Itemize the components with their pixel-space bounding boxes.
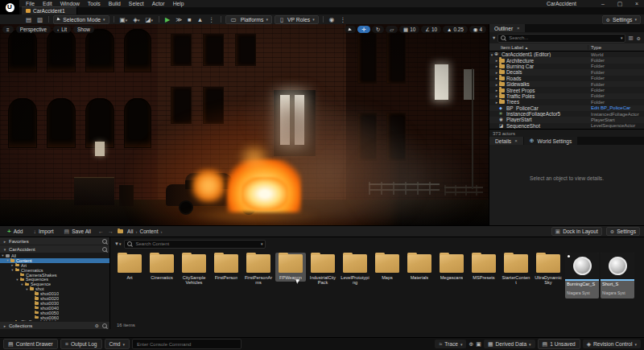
chevron-down-icon[interactable]: ▾ [621,35,623,40]
eject-icon[interactable]: ▲ [196,16,204,23]
content-item[interactable]: FirstPerson FirstPerson [211,253,242,282]
outliner-row[interactable]: ▸ Sidewalks Folder [489,81,644,87]
outliner-row[interactable]: ▾ CarAccident1 (Editor) World [489,51,644,57]
content-item[interactable]: LevelPrototyping LevelPrototyping [340,253,370,286]
expand-arrow[interactable]: ▾ [20,282,24,286]
play-button[interactable]: ▶ [163,16,171,23]
content-item[interactable]: IndustrialCityPack IndustrialCityPack [308,253,338,286]
settings-dropdown[interactable]: ⚙ Settings ▾ [602,15,641,24]
stop-icon[interactable]: ■ [186,16,193,23]
add-actor-icon[interactable]: ▣▾ [118,16,130,23]
column-item-label[interactable]: Item Label ▲ [489,45,588,50]
outliner-row[interactable]: ▸ Roads Folder [489,76,644,81]
search-icon[interactable] [102,247,107,252]
content-item[interactable]: CitySample Vehicles CitySample Vehicles [179,253,209,286]
derived-data-dropdown[interactable]: ▦ Derived Data ▾ [484,340,535,348]
forward-icon[interactable]: → [108,229,114,234]
menu-item[interactable]: Actor [148,1,169,6]
content-item[interactable]: FirstPersonArms FirstPersonArms [243,253,274,286]
outliner-row[interactable]: ▸ Burning Car Folder [489,64,644,69]
outliner-row[interactable]: SequenceShot LevelSequenceActor [489,123,644,129]
outliner-row[interactable]: PlayerStart PlayerStart [489,117,644,122]
scale-tool[interactable]: ▱ [386,26,398,33]
content-item[interactable]: StarterContent StarterContent [501,253,531,286]
cinematics-icon[interactable]: ◪▾ [143,16,155,23]
new-folder-icon[interactable]: ▥ [627,35,634,41]
chevron-down-icon[interactable]: ▾ [261,241,263,246]
expand-arrow[interactable]: ▸ [10,320,14,321]
content-item[interactable]: Megascans Megascans [436,253,467,282]
camera-speed[interactable]: ◉ 4 [469,26,486,33]
browse-icon[interactable]: ▥ [35,16,44,23]
expand-arrow[interactable]: ▾ [1,253,5,257]
outliner-row[interactable]: InstancedFoliageActor5 InstancedFoliageA… [489,111,644,117]
content-item[interactable]: UltraDynamicSky UltraDynamicSky [533,253,564,286]
content-item[interactable]: Materials Materials [404,253,435,282]
globe-icon[interactable]: ⊕ [469,341,473,348]
expand-arrow[interactable]: ▾ [15,278,19,282]
breadcrumb-root[interactable]: All [127,229,133,234]
revision-control-dropdown[interactable]: ◈ Revision Control ▾ [583,340,641,348]
save-icon[interactable]: ▤ [24,16,33,23]
select-tool[interactable] [345,26,356,33]
blueprints-icon[interactable]: ◈▾ [131,16,141,23]
frame-skip-icon[interactable]: ≫ [174,16,184,23]
vp-roles-dropdown[interactable]: ▯ VP Roles ▾ [275,15,319,24]
cmd-dropdown[interactable]: Cmd ▾ [105,339,130,349]
rotate-tool[interactable]: ↻ [372,26,384,33]
outliner-searchbox[interactable]: ▾ [497,34,625,43]
outliner-row[interactable]: ▸ Decals Folder [489,69,644,75]
collections-bar[interactable]: ▸Collections ⚙ [0,322,109,329]
expand-arrow[interactable]: ▾ [6,258,10,262]
cb-settings-button[interactable]: ⚙ Settings [606,227,640,236]
move-tool[interactable]: ✛ [357,26,369,33]
menu-item[interactable]: Window [56,1,84,6]
expand-arrow[interactable]: ▾ [25,287,29,291]
add-button[interactable]: + Add [4,228,26,235]
content-item[interactable]: Short_S Niagara Syst Short_S [601,253,634,299]
console-input[interactable] [135,341,238,348]
favorites-bar[interactable]: ▸Favorites [0,237,109,245]
platforms-dropdown[interactable]: ▭ Platforms ▾ [225,15,272,24]
dock-in-layout-button[interactable]: ▣ Dock in Layout [551,227,602,236]
console-input-box[interactable] [132,339,242,349]
output-log-button[interactable]: ≡ Output Log [60,339,102,349]
outliner-row[interactable]: ▸ Traffic Poles Folder [489,93,644,99]
maximize-icon[interactable]: ▢ [615,1,625,7]
close-icon[interactable]: × [517,26,520,31]
tab-world-settings[interactable]: ⊕ World Settings [524,137,578,145]
back-icon[interactable]: ← [98,229,104,234]
menu-item[interactable]: Build [105,1,125,6]
multi-user-icon[interactable]: ◉ [328,16,336,23]
tab-level[interactable]: CarAccident1 [22,6,77,14]
content-item[interactable]: FPWeapon FPWeapon [275,253,306,282]
content-item[interactable]: BurningCar_S Niagara Syst BurningCar_S [565,253,599,299]
trace-dropdown[interactable]: ≈ Trace ▾ [435,340,466,348]
show-dropdown[interactable]: Show [73,26,94,33]
filter-icon[interactable]: ▼▾ [114,241,121,246]
close-icon[interactable]: × [632,1,642,6]
content-item[interactable]: Art Art [114,253,145,282]
selection-mode-dropdown[interactable]: Selection Mode ▾ [53,15,109,24]
content-item[interactable]: Maps Maps [372,253,402,282]
column-type[interactable]: Type [588,45,644,50]
import-button[interactable]: ↓ Import [30,228,56,235]
perspective-dropdown[interactable]: Perspective [16,26,51,33]
filter-icon[interactable]: ▾ [492,35,496,41]
menu-item[interactable]: Help [169,1,188,6]
menu-item[interactable]: Edit [39,1,56,6]
more-icon[interactable]: ⋮ [338,16,348,23]
outliner-row[interactable]: ▸ Trees Folder [489,99,644,105]
view-mode-dropdown[interactable]: ◐ Lit [53,26,71,33]
menu-item[interactable]: File [22,1,39,6]
snapshot-icon[interactable]: ▣ [476,341,481,348]
outliner-search-input[interactable] [507,35,619,41]
search-icon[interactable] [102,323,107,328]
outliner-row[interactable]: BP_PoliceCar Edit BP_PoliceCar [489,105,644,111]
viewport-scene[interactable]: ≡ Perspective ◐ Lit Show ✛ ↻ ▱ ▦ 10 ∠ 10… [0,24,489,225]
expand-arrow[interactable]: ▾ [10,268,14,272]
content-item[interactable]: Cinematics Cinematics [147,253,177,282]
tab-outliner[interactable]: Outliner × [489,24,525,32]
minimize-icon[interactable]: – [598,1,608,6]
rotation-snap-toggle[interactable]: ∠ 10 [421,26,441,33]
